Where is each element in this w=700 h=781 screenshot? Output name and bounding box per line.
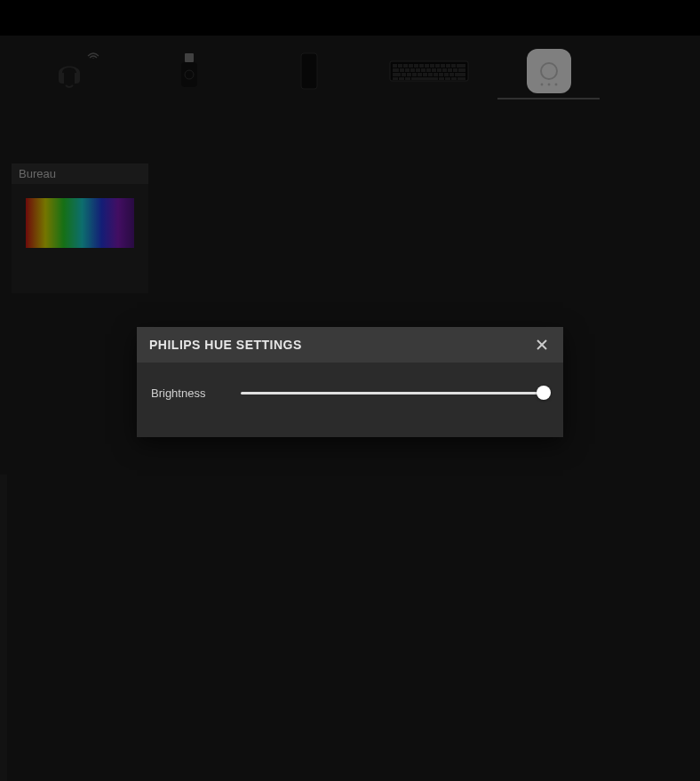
modal-body: Brightness xyxy=(137,363,563,437)
modal-title: PHILIPS HUE SETTINGS xyxy=(149,338,302,352)
brightness-label: Brightness xyxy=(151,387,205,400)
main-content: Bureau PHILIPS HUE SETTINGS Brightness xyxy=(0,36,700,781)
close-icon xyxy=(536,339,548,351)
brightness-slider[interactable] xyxy=(241,384,549,402)
hue-settings-modal: PHILIPS HUE SETTINGS Brightness xyxy=(137,327,563,437)
slider-thumb[interactable] xyxy=(537,386,551,400)
slider-track xyxy=(241,392,549,394)
title-bar xyxy=(0,0,700,36)
close-button[interactable] xyxy=(533,336,551,354)
modal-header: PHILIPS HUE SETTINGS xyxy=(137,327,563,363)
